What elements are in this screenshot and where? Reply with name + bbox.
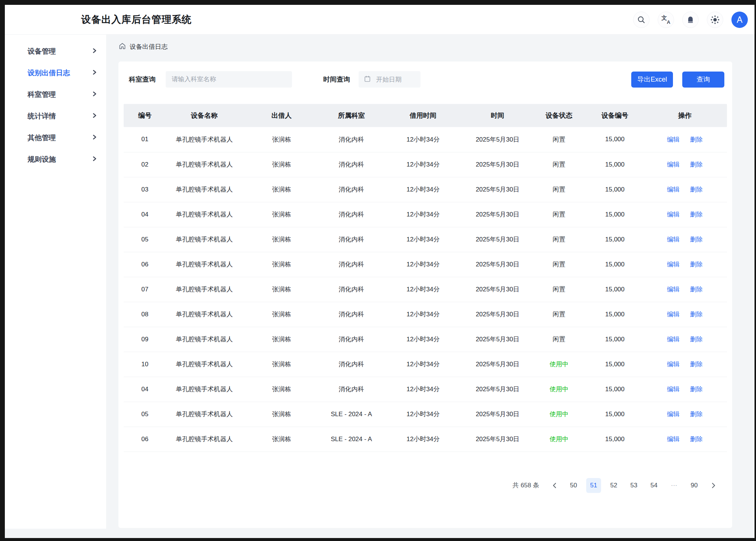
column-header-actions: 操作	[643, 104, 727, 127]
cell-duration: 12小时34分	[382, 177, 464, 202]
cell-status: 闲置	[531, 327, 587, 352]
pagination-page[interactable]: 52	[606, 478, 621, 493]
status-badge: 闲置	[553, 236, 565, 243]
sidebar-item-rule-settings[interactable]: 规则设施	[5, 149, 106, 170]
delete-link[interactable]: 删除	[690, 161, 703, 168]
edit-link[interactable]: 编辑	[667, 411, 680, 418]
top-header: 设备出入库后台管理系统 文A	[5, 5, 755, 35]
breadcrumb-label: 设备出借日志	[130, 42, 168, 51]
delete-link[interactable]: 删除	[690, 186, 703, 193]
export-excel-button[interactable]: 导出Excel	[631, 72, 673, 88]
cell-date: 2025年5月30日	[464, 302, 531, 327]
home-icon	[118, 42, 126, 51]
content-card: 科室查询 时间查询 开始日期 导出Excel 查询	[118, 61, 732, 528]
sidebar-item-other-management[interactable]: 其他管理	[5, 127, 106, 149]
column-header-duration: 借用时间	[382, 104, 464, 127]
edit-link[interactable]: 编辑	[667, 361, 680, 368]
status-badge: 闲置	[553, 336, 565, 343]
cell-device-name: 单孔腔镜手术机器人	[166, 427, 242, 452]
cell-date: 2025年5月30日	[464, 177, 531, 202]
cell-device-code: 15,000	[587, 227, 643, 252]
edit-link[interactable]: 编辑	[667, 161, 680, 168]
cell-actions: 编辑删除	[643, 352, 727, 377]
theme-button[interactable]	[707, 12, 723, 28]
cell-department: 消化内科	[321, 302, 382, 327]
cell-actions: 编辑删除	[643, 152, 727, 177]
edit-link[interactable]: 编辑	[667, 136, 680, 143]
notification-button[interactable]	[682, 12, 699, 28]
cell-department: 消化内科	[321, 227, 382, 252]
edit-link[interactable]: 编辑	[667, 311, 680, 318]
translate-button[interactable]: 文A	[658, 12, 674, 28]
cell-status: 使用中	[531, 352, 587, 377]
edit-link[interactable]: 编辑	[667, 436, 680, 443]
cell-id: 09	[124, 327, 166, 352]
delete-link[interactable]: 删除	[690, 361, 703, 368]
brightness-icon	[710, 15, 720, 25]
sidebar-item-department-management[interactable]: 科室管理	[5, 84, 106, 105]
cell-duration: 12小时34分	[382, 252, 464, 277]
cell-device-code: 15,000	[587, 302, 643, 327]
pagination-page[interactable]: 51	[586, 478, 601, 493]
delete-link[interactable]: 删除	[690, 411, 703, 418]
cell-borrower: 张润栋	[242, 202, 321, 227]
cell-duration: 12小时34分	[382, 227, 464, 252]
cell-department: 消化内科	[321, 127, 382, 152]
delete-link[interactable]: 删除	[690, 286, 703, 293]
edit-link[interactable]: 编辑	[667, 336, 680, 343]
pagination-page[interactable]: 54	[647, 478, 661, 493]
cell-status: 使用中	[531, 377, 587, 402]
chevron-right-icon	[93, 135, 96, 141]
pagination-prev-button[interactable]	[547, 478, 561, 493]
delete-link[interactable]: 删除	[690, 311, 703, 318]
pagination-page[interactable]: 90	[687, 478, 702, 493]
cell-device-name: 单孔腔镜手术机器人	[166, 177, 242, 202]
department-query-label: 科室查询	[129, 75, 156, 84]
cell-status: 闲置	[531, 177, 587, 202]
cell-duration: 12小时34分	[382, 352, 464, 377]
column-header-department: 所属科室	[321, 104, 382, 127]
chevron-right-icon	[93, 113, 96, 120]
filter-bar: 科室查询 时间查询 开始日期 导出Excel 查询	[124, 71, 727, 88]
delete-link[interactable]: 删除	[690, 261, 703, 268]
delete-link[interactable]: 删除	[690, 236, 703, 243]
delete-link[interactable]: 删除	[690, 386, 703, 393]
edit-link[interactable]: 编辑	[667, 286, 680, 293]
table-row: 04 单孔腔镜手术机器人 张润栋 消化内科 12小时34分 2025年5月30日…	[124, 377, 727, 402]
pagination-page[interactable]: 53	[626, 478, 641, 493]
breadcrumb[interactable]: 设备出借日志	[118, 39, 732, 54]
cell-device-name: 单孔腔镜手术机器人	[166, 327, 242, 352]
edit-link[interactable]: 编辑	[667, 386, 680, 393]
cell-department: 消化内科	[321, 352, 382, 377]
delete-link[interactable]: 删除	[690, 211, 703, 218]
delete-link[interactable]: 删除	[690, 136, 703, 143]
pagination-page[interactable]: 50	[566, 478, 581, 493]
cell-id: 05	[124, 227, 166, 252]
delete-link[interactable]: 删除	[690, 436, 703, 443]
delete-link[interactable]: 删除	[690, 336, 703, 343]
pagination-next-button[interactable]	[707, 478, 720, 493]
status-badge: 使用中	[550, 361, 569, 368]
cell-department: 消化内科	[321, 177, 382, 202]
search-button[interactable]	[633, 12, 649, 28]
cell-borrower: 张润栋	[242, 377, 321, 402]
edit-link[interactable]: 编辑	[667, 236, 680, 243]
search-query-button[interactable]: 查询	[682, 72, 724, 88]
edit-link[interactable]: 编辑	[667, 186, 680, 193]
cell-duration: 12小时34分	[382, 402, 464, 427]
department-input[interactable]	[166, 71, 292, 88]
cell-status: 闲置	[531, 277, 587, 302]
sidebar-item-statistics[interactable]: 统计详情	[5, 105, 106, 127]
cell-status: 闲置	[531, 302, 587, 327]
cell-borrower: 张润栋	[242, 152, 321, 177]
edit-link[interactable]: 编辑	[667, 211, 680, 218]
user-avatar[interactable]: A	[731, 12, 748, 28]
cell-borrower: 张润栋	[242, 127, 321, 152]
cell-id: 05	[124, 402, 166, 427]
chevron-right-icon	[93, 91, 96, 98]
sidebar-item-lending-log[interactable]: 设别出借日志	[5, 62, 106, 84]
sidebar-item-device-management[interactable]: 设备管理	[5, 41, 106, 62]
start-date-picker[interactable]: 开始日期	[359, 71, 420, 88]
cell-id: 06	[124, 252, 166, 277]
edit-link[interactable]: 编辑	[667, 261, 680, 268]
